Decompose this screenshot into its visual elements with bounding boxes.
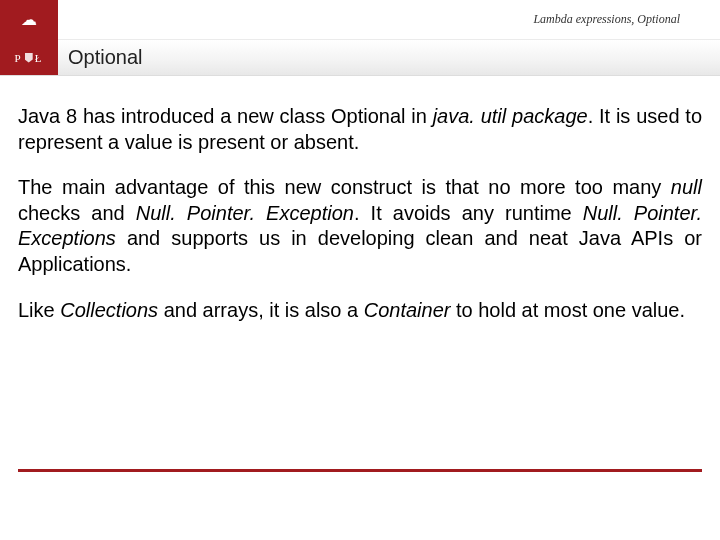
text: . It avoids any runtime <box>354 202 583 224</box>
logo-top-icon: ☁ <box>21 12 37 28</box>
text: checks and <box>18 202 136 224</box>
shield-icon <box>25 53 33 63</box>
text: and supports us in developing clean and … <box>18 227 702 275</box>
header-top: ☁ Lambda expressions, Optional <box>0 0 720 40</box>
logo-letter-p: P <box>15 52 23 64</box>
text: Like <box>18 299 60 321</box>
logo-block-top: ☁ <box>0 0 58 40</box>
logo-letter-l: Ł <box>35 52 44 64</box>
italic-text: Null. Pointer. Exception <box>136 202 354 224</box>
text: The main advantage of this new construct… <box>18 176 671 198</box>
text: and arrays, it is also a <box>158 299 364 321</box>
paragraph-2: The main advantage of this new construct… <box>18 175 702 277</box>
italic-text: null <box>671 176 702 198</box>
italic-text: Collections <box>60 299 158 321</box>
section-title: Optional <box>58 40 143 75</box>
title-row: P Ł Optional <box>0 40 720 76</box>
footer-rule <box>18 469 702 472</box>
italic-text: Container <box>364 299 451 321</box>
paragraph-1: Java 8 has introduced a new class Option… <box>18 104 702 155</box>
breadcrumb: Lambda expressions, Optional <box>58 12 720 27</box>
italic-text: java. util package <box>433 105 588 127</box>
content-area: Java 8 has introduced a new class Option… <box>0 76 720 323</box>
paragraph-3: Like Collections and arrays, it is also … <box>18 298 702 324</box>
text: Java 8 has introduced a new class Option… <box>18 105 433 127</box>
text: to hold at most one value. <box>450 299 685 321</box>
logo-block-bottom: P Ł <box>0 40 58 75</box>
